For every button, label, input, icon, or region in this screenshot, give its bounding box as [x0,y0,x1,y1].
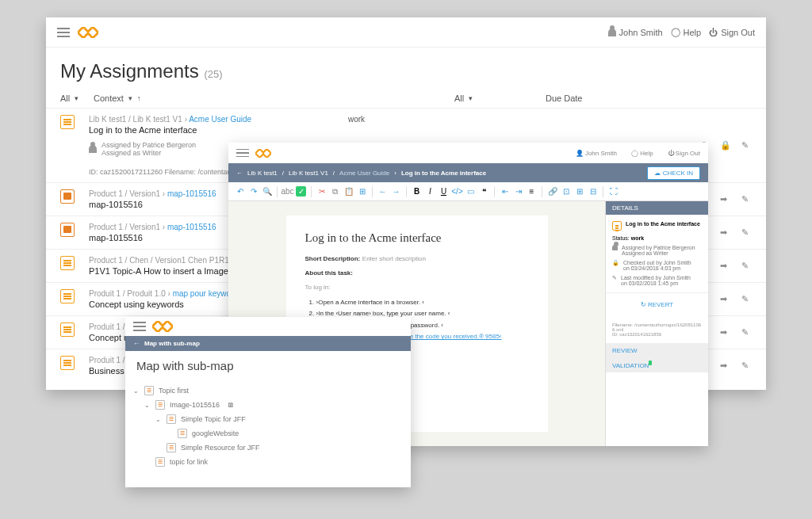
open-icon[interactable]: ➡ [720,361,730,371]
search-icon[interactable]: 🔍 [262,186,272,197]
logo [78,27,97,38]
main-header: John Smith ◯ Help ⏻ Sign Out [46,17,766,48]
map-window: ← Map with sub-map Map with sub-map ⌄☰To… [125,317,411,487]
expand-icon[interactable]: ⛶ [608,186,619,197]
page-title: My Assignments (25) [46,48,766,90]
tree-node[interactable]: ☰Simple Resource for JFF [133,441,403,455]
tool3-icon[interactable]: ⊟ [588,186,598,197]
edit-icon[interactable]: ✎ [741,227,752,238]
topic-icon: ☰ [167,443,176,452]
edit-icon[interactable]: ✎ [741,140,752,151]
open-icon[interactable]: ➡ [720,227,730,238]
checkin-button[interactable]: ☁ CHECK IN [647,166,700,180]
edit-icon[interactable]: ✎ [741,327,752,338]
menu-icon[interactable] [236,149,249,158]
tool2-icon[interactable]: ⊞ [574,186,584,197]
open-icon[interactable]: ➡ [720,294,730,304]
copy-icon[interactable]: ⧉ [330,186,340,197]
tool-icon[interactable]: ⊡ [561,186,571,197]
file-icon [60,256,75,270]
review-tab[interactable]: REVIEW [606,344,708,357]
chevron-icon[interactable]: ⌄ [133,387,140,395]
user-icon [608,29,616,36]
tree-node[interactable]: ⌄☰Topic first [133,384,403,398]
col-context[interactable]: Context ▾ ↑ [94,93,454,103]
undo-icon[interactable]: ↶ [235,186,245,197]
validation-tab[interactable]: VALIDATION [606,357,708,372]
user-menu[interactable]: John Smith [608,28,663,37]
file-icon [60,189,75,204]
pencil-icon: ✎ [612,275,617,286]
tree-node[interactable]: ☰topic for link [133,455,403,469]
signout-link[interactable]: ⏻ Sign Out [709,28,755,37]
back-icon[interactable]: ← [133,340,140,347]
editor-breadcrumb: ← Lib K test1 / Lib K test1 V1 / Acme Us… [228,163,708,182]
filter-all2[interactable]: All ▾ [454,93,546,103]
step[interactable]: ›Open a Acme interface in a browser. ‹ [316,297,529,308]
underline-icon[interactable]: U [439,186,449,197]
user-menu[interactable]: 👤 John Smith [576,150,617,157]
file-icon [60,322,75,337]
back-icon[interactable]: ← [236,170,243,177]
filter-all[interactable]: All ▾ [60,93,94,103]
file-icon [60,115,75,129]
lock-icon[interactable]: 🔒 [720,140,730,151]
prev-icon[interactable]: ← [377,186,388,197]
menu-icon[interactable] [57,28,70,37]
quote-icon[interactable]: ❝ [479,186,489,197]
signout-link[interactable]: ⏻ Sign Out [668,150,700,157]
topic-icon: ☰ [155,457,165,467]
insert-icon[interactable]: ⊞ [357,186,367,197]
edit-icon[interactable]: ✎ [741,294,752,304]
open-icon[interactable]: ➡ [720,194,730,204]
link-icon[interactable]: 🔗 [547,186,557,197]
italic-icon[interactable]: I [425,186,435,197]
map-breadcrumb: ← Map with sub-map [125,336,411,351]
details-panel: DETAILS Log in to the Acme interface Sta… [605,201,708,446]
file-icon [60,356,75,370]
details-header: DETAILS [606,201,708,215]
tree-node[interactable]: ⌄☰Image-1015516🗎 [133,398,403,412]
tree-node[interactable]: ⌄☰Simple Topic for JFF [133,412,403,426]
outdent-icon[interactable]: ⇤ [500,186,510,197]
topic-icon: ☰ [167,414,176,424]
doc-title: Log in to the Acme interface [305,231,529,245]
editor-header: 👤 John Smith ◯ Help ⏻ Sign Out [228,143,708,163]
edit-icon[interactable]: ✎ [741,261,752,271]
edit-icon[interactable]: ✎ [741,194,752,204]
indent-icon[interactable]: ⇥ [513,186,523,197]
col-duedate[interactable]: Due Date [546,93,752,103]
open-icon[interactable]: ➡ [720,327,730,338]
map-title: Map with sub-map [125,351,411,380]
topic-icon: ☰ [155,400,165,410]
file-icon [60,289,75,303]
edit-icon[interactable]: ✎ [741,361,752,371]
tree-node[interactable]: ☰googleWebsite [133,426,403,441]
help-link[interactable]: ◯ Help [631,150,653,157]
open-icon[interactable]: ➡ [720,261,730,271]
check-icon[interactable]: ✓ [296,186,306,197]
short-desc-placeholder[interactable]: Enter short description [362,255,426,262]
column-headers: All ▾ Context ▾ ↑ All ▾ Due Date [46,90,766,108]
editor-toolbar: ↶ ↷ 🔍 abc ✓ ✂ ⧉ 📋 ⊞ ← → B I U </> ▭ ❝ ⇤ … [228,182,708,201]
code-icon[interactable]: </> [452,186,462,197]
redo-icon[interactable]: ↷ [248,186,259,197]
spellcheck-icon[interactable]: abc [282,186,293,197]
help-link[interactable]: ◯ Help [671,27,702,37]
logo [152,321,171,332]
next-icon[interactable]: → [391,186,401,197]
topic-icon: ☰ [144,386,154,395]
paste-icon[interactable]: 📋 [343,186,354,197]
chevron-icon[interactable]: ⌄ [144,402,151,409]
chevron-icon[interactable]: ⌄ [155,416,162,423]
logo [255,149,270,158]
cut-icon[interactable]: ✂ [316,186,327,197]
menu-icon[interactable] [133,322,146,331]
list-icon[interactable]: ≡ [527,186,537,197]
bold-icon[interactable]: B [412,186,422,197]
lock-icon: 🔒 [612,260,619,271]
image-icon[interactable]: ▭ [465,186,476,197]
file-icon [60,223,75,237]
topic-icon: ☰ [178,429,187,438]
revert-button[interactable]: ↻ REVERT [606,293,708,316]
